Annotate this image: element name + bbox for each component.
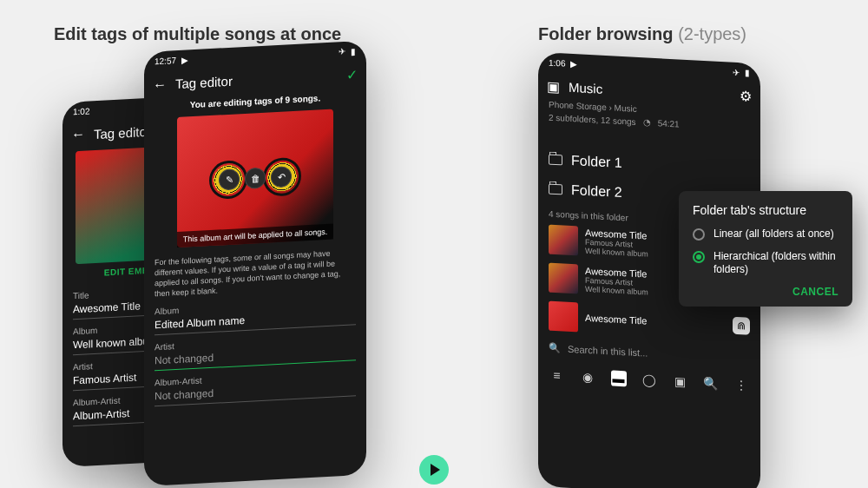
song-thumb (549, 301, 578, 333)
play-triangle-icon (431, 464, 440, 476)
airplane-icon: ✈ (339, 47, 345, 56)
radio-option-hierarchical[interactable]: Hierarchical (folders within folders) (693, 250, 838, 277)
more-icon[interactable]: ⋒ (733, 317, 750, 335)
radio-option-linear[interactable]: Linear (all folders at once) (693, 228, 838, 241)
info-text: For the following tags, some or all song… (155, 247, 356, 300)
nav-more-icon[interactable]: ⋮ (733, 377, 749, 393)
app-logo (419, 455, 449, 485)
nav-library-icon[interactable]: ▣ (672, 373, 687, 390)
battery-icon: ▮ (745, 68, 750, 77)
radio-label: Hierarchical (folders within folders) (713, 250, 838, 277)
folder-icon (549, 155, 562, 166)
delete-icon[interactable]: 🗑 (245, 168, 266, 189)
play-icon: ▶ (570, 59, 577, 69)
airplane-icon: ✈ (733, 68, 740, 77)
confirm-icon[interactable]: ✓ (346, 66, 358, 83)
play-icon: ▶ (181, 55, 188, 64)
search-placeholder: Search in this list... (568, 343, 648, 358)
radio-icon (693, 251, 705, 263)
back-icon[interactable]: ← (71, 127, 85, 143)
phone-front: 12:57 ▶ ✈ ▮ ← Tag editor ✓ You are editi… (144, 41, 366, 486)
folder-name: Folder 1 (571, 153, 622, 171)
dialog-title: Folder tab's structure (693, 203, 838, 217)
page-title: Music (569, 80, 731, 103)
folder-structure-dialog: Folder tab's structure Linear (all folde… (679, 191, 852, 307)
nav-person-icon[interactable]: ◯ (641, 372, 657, 388)
cancel-button[interactable]: CANCEL (693, 286, 838, 298)
page-title: Tag editor (175, 68, 338, 91)
back-icon[interactable]: ← (153, 76, 167, 93)
folder-icon (549, 184, 562, 195)
folder-play-icon: ▣ (547, 78, 560, 96)
song-title: Awesome Title (585, 313, 726, 330)
gear-icon[interactable]: ⚙ (740, 88, 752, 105)
nav-folder-icon[interactable]: ▬ (611, 370, 627, 386)
stats-time: 54:21 (658, 118, 680, 129)
heading-right-gray: (2-types) (678, 24, 746, 43)
clock: 1:02 (73, 106, 89, 116)
undo-icon[interactable]: ↶ (271, 166, 292, 188)
edit-icon[interactable]: ✎ (219, 168, 240, 190)
radio-label: Linear (all folders at once) (713, 228, 834, 241)
stats-text: 2 subfolders, 12 songs (549, 113, 636, 127)
nav-search-icon[interactable]: 🔍 (703, 375, 719, 392)
heading-left: Edit tags of multiple songs at once (54, 24, 341, 44)
radio-icon (693, 228, 705, 241)
folder-name: Folder 2 (571, 182, 622, 201)
heading-right: Folder browsing (2-types) (538, 24, 746, 44)
battery-icon: ▮ (351, 46, 356, 56)
clock-icon: ◔ (643, 117, 651, 127)
search-icon: 🔍 (549, 342, 561, 354)
clock: 1:06 (549, 58, 565, 69)
heading-right-bold: Folder browsing (538, 24, 674, 43)
clock: 12:57 (155, 56, 176, 66)
song-thumb (549, 263, 578, 294)
nav-playlist-icon[interactable]: ≡ (549, 367, 565, 384)
song-thumb (549, 225, 578, 256)
nav-play-icon[interactable]: ◉ (580, 369, 595, 386)
